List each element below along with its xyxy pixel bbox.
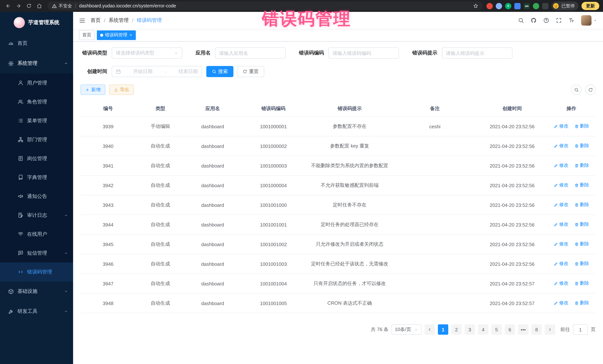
breadcrumb-item[interactable]: 错误码管理 (137, 17, 162, 24)
extension-icon[interactable] (533, 3, 539, 9)
cell-app: dashboard (185, 117, 240, 136)
add-button[interactable]: 新增 (81, 85, 105, 95)
extension-icon[interactable] (487, 3, 493, 9)
cell-type: 自动生成 (136, 254, 185, 274)
fullscreen-icon[interactable] (556, 17, 562, 23)
extension-icon[interactable] (496, 3, 502, 9)
export-button[interactable]: 导出 (109, 85, 134, 95)
close-icon[interactable] (129, 33, 132, 37)
delete-link[interactable]: 删除 (574, 241, 589, 247)
app-name-input[interactable] (219, 50, 281, 56)
refresh-icon (243, 69, 247, 74)
delete-link[interactable]: 删除 (574, 123, 589, 130)
extension-icon[interactable] (542, 3, 548, 9)
sidebar-item[interactable]: 用户管理 (0, 73, 73, 92)
edit-link[interactable]: 修改 (554, 300, 568, 306)
reset-button[interactable]: 重置 (237, 66, 264, 77)
delete-link[interactable]: 删除 (574, 221, 589, 228)
error-hint-input[interactable] (446, 50, 508, 56)
sidebar-item[interactable]: 字典管理 (0, 168, 73, 187)
browser-update-button[interactable]: 更新 (581, 2, 599, 10)
toggle-search-button[interactable] (571, 85, 581, 95)
page-number-button[interactable]: 2 (451, 324, 462, 335)
page-number-button[interactable]: 1 (438, 324, 448, 335)
edit-link[interactable]: 修改 (554, 280, 568, 287)
sidebar-item[interactable]: 首页 (0, 33, 73, 53)
delete-link[interactable]: 删除 (574, 202, 589, 208)
sidebar-item[interactable]: 角色管理 (0, 92, 73, 111)
sidebar-item[interactable]: 审计日志 (0, 206, 73, 225)
edit-link[interactable]: 修改 (554, 221, 568, 228)
font-size-icon[interactable] (568, 17, 574, 23)
header-search-icon[interactable] (518, 17, 524, 23)
sidebar-item[interactable]: 系统管理 (0, 53, 73, 73)
profile-chip[interactable]: 已暂停 (551, 1, 579, 10)
sidebar-item[interactable]: 研发工具 (0, 301, 73, 321)
page-size-select[interactable]: 10条/页 (392, 324, 422, 335)
goto-page-input[interactable] (573, 324, 588, 335)
bookmark-star-icon[interactable] (473, 3, 478, 9)
edit-link[interactable]: 修改 (554, 202, 568, 208)
extension-icon[interactable] (514, 3, 521, 9)
error-type-select[interactable]: 请选择错误码类型 (112, 47, 182, 59)
page-number-button[interactable]: 4 (478, 324, 488, 335)
github-icon[interactable] (531, 17, 537, 23)
breadcrumb-item[interactable]: 首页 (91, 17, 109, 24)
page-number-button[interactable]: ••• (518, 324, 528, 335)
page-number-button[interactable]: 6 (505, 324, 515, 335)
edit-link[interactable]: 修改 (554, 241, 568, 247)
sidebar-item[interactable]: 岗位管理 (0, 149, 73, 168)
edit-link[interactable]: 修改 (554, 182, 568, 188)
edit-icon (554, 242, 558, 246)
browser-forward-button[interactable] (14, 1, 23, 10)
page-number-button[interactable]: 8 (531, 324, 542, 335)
search-button[interactable]: 搜索 (206, 66, 233, 77)
sidebar-item[interactable]: 在线用户 (0, 225, 73, 243)
view-tab[interactable]: 错误码管理 (97, 30, 136, 40)
browser-reload-button[interactable] (24, 1, 33, 10)
chevron-right-icon (548, 327, 552, 332)
browser-back-button[interactable] (4, 1, 13, 10)
page-number-button[interactable]: 5 (491, 324, 502, 335)
goto-label: 前往 (560, 326, 570, 333)
app-logo[interactable]: 芋道管理系统 (0, 12, 73, 33)
sidebar-item[interactable]: 通知公告 (0, 187, 73, 206)
cell-hint: 不允许获取敏感配置到前端 (307, 176, 393, 195)
sidebar-item[interactable]: 菜单管理 (0, 111, 73, 130)
delete-icon (574, 301, 579, 305)
error-code-input[interactable] (333, 50, 395, 56)
address-bar[interactable]: 不安全 | dashboard.yudao.iocoder.cn/system/… (47, 1, 483, 10)
edit-link[interactable]: 修改 (554, 123, 568, 130)
help-icon[interactable] (543, 17, 549, 23)
sidebar-toggle-button[interactable] (79, 17, 85, 23)
cell-hint: 定时任务已经处于该状态，无需修改 (307, 254, 393, 274)
edit-link[interactable]: 修改 (554, 163, 568, 169)
delete-link[interactable]: 删除 (574, 143, 589, 149)
cell-remark (393, 215, 477, 234)
delete-link[interactable]: 删除 (574, 300, 589, 306)
delete-link[interactable]: 删除 (574, 261, 589, 267)
refresh-table-button[interactable] (585, 85, 596, 95)
page-number-button[interactable]: 3 (464, 324, 475, 335)
sidebar-item[interactable]: 部门管理 (0, 130, 73, 149)
sidebar-item-label: 短信管理 (27, 250, 47, 256)
breadcrumb-item[interactable]: 系统管理 (109, 17, 137, 24)
delete-link[interactable]: 删除 (574, 163, 589, 169)
view-tab[interactable]: 首页 (79, 30, 95, 40)
chevron-down-icon (64, 289, 68, 293)
browser-home-button[interactable] (35, 1, 44, 10)
cell-hint: 定时任务不存在 (307, 195, 393, 215)
delete-link[interactable]: 删除 (574, 182, 589, 188)
next-page-button[interactable] (545, 324, 555, 335)
edit-link[interactable]: 修改 (554, 143, 568, 149)
extension-icon[interactable]: V (505, 3, 511, 9)
date-range-picker[interactable]: 开始日期 - 结束日期 (112, 66, 202, 77)
delete-link[interactable]: 删除 (574, 280, 589, 287)
edit-link[interactable]: 修改 (554, 261, 568, 267)
prev-page-button[interactable] (425, 324, 435, 335)
sidebar-item[interactable]: 错误码管理 (0, 263, 73, 281)
extension-icon[interactable]: on (524, 3, 530, 9)
user-menu[interactable] (581, 15, 597, 26)
sidebar-item[interactable]: 短信管理 (0, 243, 73, 263)
sidebar-item[interactable]: 基础设施 (0, 281, 73, 301)
